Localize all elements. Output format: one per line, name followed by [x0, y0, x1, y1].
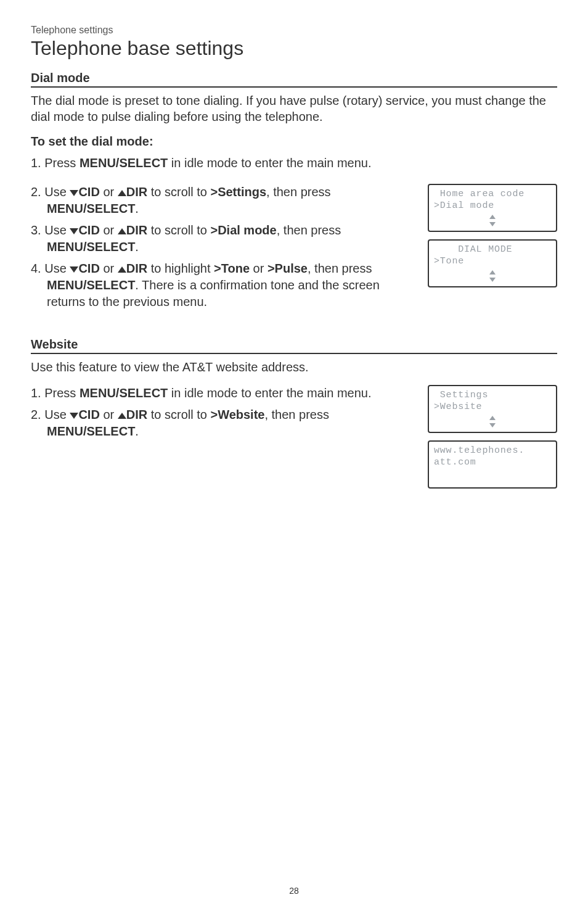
- website-step-1: 1. Press MENU/SELECT in idle mode to ent…: [31, 385, 401, 402]
- website-steps: 1. Press MENU/SELECT in idle mode to ent…: [31, 385, 420, 440]
- triangle-up-icon: [489, 270, 496, 274]
- lcd-line: >Tone: [434, 256, 551, 266]
- triangle-down-icon: [70, 190, 78, 196]
- lcd-line: Home area code: [434, 189, 551, 199]
- lcd-screen-dial-mode: DIAL MODE >Tone: [428, 239, 557, 287]
- dial-mode-heading: Dial mode: [31, 71, 557, 85]
- lcd-line: www.telephones.: [434, 445, 551, 456]
- t: , then press: [266, 185, 331, 199]
- t: .: [135, 202, 139, 215]
- t: , then press: [264, 408, 329, 421]
- t: to scroll to: [147, 408, 210, 421]
- website-target: >Website: [210, 408, 264, 421]
- select-label: SELECT: [119, 156, 168, 170]
- t: , then press: [308, 262, 372, 275]
- dial-mode-intro: The dial mode is preset to tone dialing.…: [31, 93, 557, 125]
- section-website: Website Use this feature to view the AT&…: [31, 337, 557, 489]
- t: or: [100, 223, 118, 237]
- select-label: SELECT: [119, 386, 168, 400]
- t: or: [250, 262, 267, 275]
- lcd-line: >Website: [434, 402, 551, 412]
- dir-label: DIR: [126, 408, 147, 421]
- pulse-target: >Pulse: [267, 262, 308, 275]
- menu-label: MENU/: [80, 386, 119, 400]
- triangle-up-icon: [118, 413, 126, 419]
- website-intro: Use this feature to view the AT&T websit…: [31, 359, 557, 375]
- lcd-screen-website-menu: Settings >Website: [428, 385, 557, 433]
- dial-mode-steps2: 2. Use CID or DIR to scroll to >Settings…: [31, 184, 420, 310]
- triangle-up-icon: [118, 228, 126, 234]
- t: .: [135, 240, 139, 254]
- tone-target: >Tone: [214, 262, 250, 275]
- cid-label: CID: [78, 408, 99, 421]
- breadcrumb: Telephone settings: [31, 25, 557, 36]
- dial-mode-steps: 1. Press MENU/SELECT in idle mode to ent…: [31, 155, 557, 171]
- lcd-line: DIAL MODE: [434, 244, 551, 255]
- step-1: 1. Press MENU/SELECT in idle mode to ent…: [31, 155, 557, 171]
- dir-label: DIR: [126, 185, 147, 199]
- triangle-up-icon: [118, 190, 126, 196]
- website-heading: Website: [31, 337, 557, 352]
- lcd-line: att.com: [434, 457, 551, 468]
- triangle-down-icon: [70, 228, 78, 234]
- t: to scroll to: [147, 223, 210, 237]
- triangle-down-icon: [489, 222, 496, 226]
- t: Use: [44, 408, 70, 421]
- select-label: /SELECT: [83, 278, 135, 292]
- menu-label: MENU/: [80, 156, 119, 170]
- section-rule: [31, 353, 557, 354]
- lcd-line: >Dial mode: [434, 200, 551, 211]
- menu-label: MENU: [47, 278, 83, 292]
- step-1-text: Press: [44, 156, 80, 170]
- lcd-scroll-arrows: [434, 215, 551, 228]
- triangle-down-icon: [70, 266, 78, 273]
- t: to scroll to: [147, 185, 210, 199]
- t: Press: [44, 386, 80, 400]
- settings-target: >Settings: [210, 185, 266, 199]
- cid-label: CID: [78, 185, 99, 199]
- lcd-screen-website-url: www.telephones. att.com: [428, 440, 557, 489]
- triangle-up-icon: [489, 416, 496, 420]
- website-step-2: 2. Use CID or DIR to scroll to >Website,…: [31, 407, 401, 440]
- lcd-scroll-arrows: [434, 416, 551, 429]
- lcd-line: Settings: [434, 390, 551, 400]
- t: in idle mode to enter the main menu.: [168, 386, 371, 400]
- menu-label: MENU: [47, 240, 83, 254]
- section-dial-mode: Dial mode The dial mode is preset to ton…: [31, 71, 557, 323]
- step-1-tail: in idle mode to enter the main menu.: [168, 156, 371, 170]
- dir-label: DIR: [126, 223, 147, 237]
- triangle-down-icon: [70, 413, 78, 419]
- menu-label: MENU: [47, 202, 83, 215]
- t: to highlight: [147, 262, 214, 275]
- step-3: 3. Use CID or DIR to scroll to >Dial mod…: [31, 222, 420, 255]
- lcd-screen-settings: Home area code >Dial mode: [428, 184, 557, 232]
- dir-label: DIR: [126, 262, 147, 275]
- t: Use: [44, 223, 70, 237]
- t: Use: [44, 262, 70, 275]
- cid-label: CID: [78, 223, 99, 237]
- triangle-down-icon: [489, 278, 496, 282]
- page-number: 28: [0, 886, 588, 896]
- dial-mode-target: >Dial mode: [210, 223, 276, 237]
- cid-label: CID: [78, 262, 99, 275]
- step-4: 4. Use CID or DIR to highlight >Tone or …: [31, 260, 420, 310]
- menu-label: MENU: [47, 424, 83, 438]
- t: or: [100, 185, 118, 199]
- to-set-dial-mode-heading: To set the dial mode:: [31, 134, 557, 149]
- page-title: Telephone base settings: [31, 37, 557, 60]
- triangle-up-icon: [489, 215, 496, 219]
- t: Use: [44, 185, 70, 199]
- step-2: 2. Use CID or DIR to scroll to >Settings…: [31, 184, 420, 217]
- select-label: /SELECT: [83, 240, 135, 254]
- triangle-up-icon: [118, 266, 126, 273]
- t: or: [100, 262, 118, 275]
- t: , then press: [277, 223, 341, 237]
- t: .: [135, 424, 139, 438]
- section-rule: [31, 86, 557, 88]
- select-label: /SELECT: [83, 202, 135, 215]
- lcd-scroll-arrows: [434, 270, 551, 283]
- select-label: /SELECT: [83, 424, 135, 438]
- triangle-down-icon: [489, 423, 496, 427]
- t: or: [100, 408, 118, 421]
